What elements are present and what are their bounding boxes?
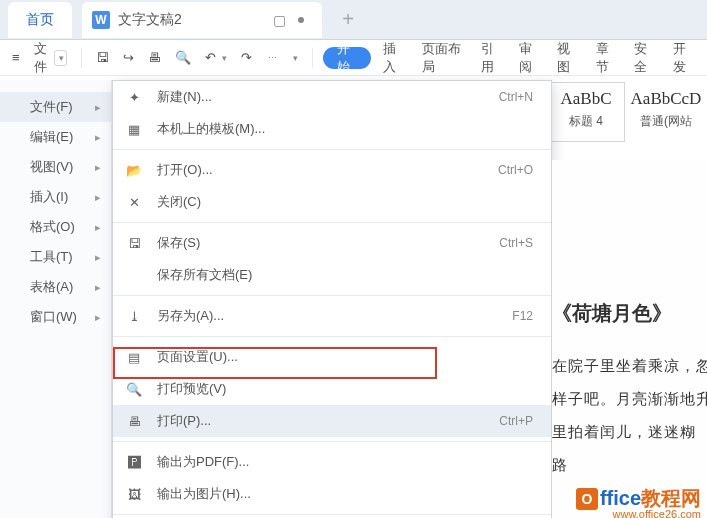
watermark-badge-icon: O	[576, 488, 598, 510]
style-name: 标题 4	[569, 113, 603, 130]
ribbon-tab-security[interactable]: 安全	[628, 40, 660, 76]
page-setup-icon: ▤	[125, 348, 143, 366]
style-name: 普通(网站	[640, 113, 692, 130]
style-sample: AaBbC	[561, 89, 612, 109]
ribbon-tab-chapter[interactable]: 章节	[590, 40, 622, 76]
screen-icon[interactable]: ▢	[273, 12, 286, 28]
new-tab-button[interactable]: +	[330, 2, 366, 38]
doc-text-line: 路	[552, 456, 707, 475]
sidebar-item-view[interactable]: 视图(V)▸	[0, 152, 111, 182]
menu-separator	[113, 295, 551, 296]
ribbon-tab-start[interactable]: 开始	[323, 47, 371, 69]
sidebar-item-window[interactable]: 窗口(W)▸	[0, 302, 111, 332]
ribbon-tab-references[interactable]: 引用	[475, 40, 507, 76]
ribbon-tab-review[interactable]: 审阅	[513, 40, 545, 76]
menuitem-templates[interactable]: ▦ 本机上的模板(M)...	[113, 113, 551, 145]
undo-icon[interactable]: ↶▾	[201, 46, 231, 69]
menuitem-export-image[interactable]: 🖼 输出为图片(H)...	[113, 478, 551, 510]
doc-text-line: 样子吧。月亮渐渐地升	[552, 390, 707, 409]
menuitem-save-as[interactable]: ⤓ 另存为(A)... F12	[113, 300, 551, 332]
doc-text-line: 里拍着闰儿，迷迷糊	[552, 423, 707, 442]
menuitem-export-pdf[interactable]: 🅿 输出为PDF(F)...	[113, 446, 551, 478]
export-icon[interactable]: ↪	[119, 46, 138, 69]
watermark-url: www.office26.com	[613, 508, 701, 518]
style-heading4[interactable]: AaBbC 标题 4	[547, 82, 625, 142]
file-dropdown: ✦ 新建(N)... Ctrl+N ▦ 本机上的模板(M)... 📂 打开(O)…	[112, 80, 552, 518]
ribbon-tab-insert[interactable]: 插入	[377, 40, 409, 76]
print-preview-icon: 🔍	[125, 380, 143, 398]
sidebar-item-insert[interactable]: 插入(I)▸	[0, 182, 111, 212]
save-as-icon: ⤓	[125, 307, 143, 325]
divider	[81, 48, 82, 68]
hamburger-icon[interactable]: ≡	[8, 46, 24, 69]
document-canvas[interactable]: 《荷塘月色》 在院子里坐着乘凉，忽 样子吧。月亮渐渐地升 里拍着闰儿，迷迷糊 路	[552, 160, 707, 518]
preview-icon[interactable]: 🔍	[171, 46, 195, 69]
print-icon[interactable]: 🖶	[144, 46, 165, 69]
more-icon[interactable]: ⋯	[264, 49, 281, 67]
file-menu-button[interactable]: 文件 ▾	[30, 36, 72, 80]
blank-icon	[125, 266, 143, 284]
close-icon: ✕	[125, 193, 143, 211]
doc-heading: 《荷塘月色》	[552, 300, 707, 327]
redo-icon[interactable]: ↷	[237, 46, 256, 69]
sidebar-item-tools[interactable]: 工具(T)▸	[0, 242, 111, 272]
document-name: 文字文稿2	[118, 11, 182, 29]
menu-separator	[113, 149, 551, 150]
menuitem-print-preview[interactable]: 🔍 打印预览(V)	[113, 373, 551, 405]
pdf-icon: 🅿	[125, 453, 143, 471]
menuitem-close[interactable]: ✕ 关闭(C)	[113, 186, 551, 218]
doc-text-line: 在院子里坐着乘凉，忽	[552, 357, 707, 376]
template-icon: ▦	[125, 120, 143, 138]
menuitem-print[interactable]: 🖶 打印(P)... Ctrl+P	[113, 405, 551, 437]
save-icon: 🖫	[125, 234, 143, 252]
ribbon-tab-dev[interactable]: 开发	[667, 40, 699, 76]
sidebar-item-format[interactable]: 格式(O)▸	[0, 212, 111, 242]
ribbon-tab-page-layout[interactable]: 页面布局	[416, 40, 469, 76]
home-tab[interactable]: 首页	[8, 2, 72, 38]
image-icon: 🖼	[125, 485, 143, 503]
unsaved-dot-icon	[298, 17, 304, 23]
ribbon-tab-view[interactable]: 视图	[551, 40, 583, 76]
overflow-icon[interactable]: ▾	[289, 49, 302, 67]
document-tab[interactable]: W 文字文稿2 ▢	[82, 2, 322, 38]
menuitem-save-all[interactable]: 保存所有文档(E)	[113, 259, 551, 291]
save-icon[interactable]: 🖫	[92, 46, 113, 69]
folder-open-icon: 📂	[125, 161, 143, 179]
new-file-icon: ✦	[125, 88, 143, 106]
menuitem-new[interactable]: ✦ 新建(N)... Ctrl+N	[113, 81, 551, 113]
printer-icon: 🖶	[125, 412, 143, 430]
menuitem-open[interactable]: 📂 打开(O)... Ctrl+O	[113, 154, 551, 186]
menuitem-save[interactable]: 🖫 保存(S) Ctrl+S	[113, 227, 551, 259]
sidebar-item-table[interactable]: 表格(A)▸	[0, 272, 111, 302]
style-sample: AaBbCcD	[631, 89, 702, 109]
sidebar-item-edit[interactable]: 编辑(E)▸	[0, 122, 111, 152]
menu-separator	[113, 336, 551, 337]
file-submenu-sidebar: 文件(F)▸ 编辑(E)▸ 视图(V)▸ 插入(I)▸ 格式(O)▸ 工具(T)…	[0, 80, 112, 518]
word-doc-icon: W	[92, 11, 110, 29]
menu-separator	[113, 222, 551, 223]
style-normal-web[interactable]: AaBbCcD 普通(网站	[627, 82, 705, 142]
menu-separator	[113, 514, 551, 515]
menuitem-page-setup[interactable]: ▤ 页面设置(U)...	[113, 341, 551, 373]
menu-separator	[113, 441, 551, 442]
divider	[312, 48, 313, 68]
sidebar-item-file[interactable]: 文件(F)▸	[0, 92, 111, 122]
